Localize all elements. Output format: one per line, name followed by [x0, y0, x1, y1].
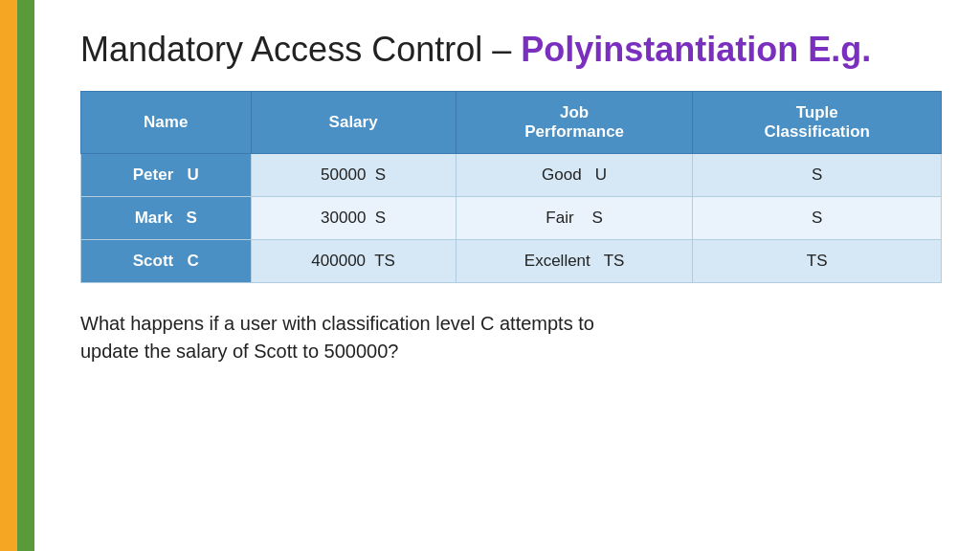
main-content: Mandatory Access Control – Polyinstantia…	[52, 0, 980, 551]
table-header-row: Name Salary JobPerformance TupleClassifi…	[81, 92, 942, 154]
col-header-name: Name	[81, 92, 252, 154]
title-prefix: Mandatory Access Control –	[80, 30, 521, 69]
col-header-job-performance: JobPerformance	[456, 92, 693, 154]
cell-class-1: S	[693, 154, 942, 197]
title-highlight: Polyinstantiation E.g.	[521, 30, 871, 69]
table-row: Peter U 50000 S Good U S	[81, 154, 942, 197]
cell-salary-2: 30000 S	[251, 197, 456, 240]
cell-job-2: Fair S	[456, 197, 693, 240]
cell-salary-3: 400000 TS	[251, 240, 456, 283]
accent-bar-yellow	[0, 0, 17, 551]
col-header-classification: TupleClassification	[693, 92, 942, 154]
cell-name-3: Scott C	[81, 240, 252, 283]
cell-job-3: Excellent TS	[456, 240, 693, 283]
cell-class-2: S	[693, 197, 942, 240]
table-row: Mark S 30000 S Fair S S	[81, 197, 942, 240]
cell-class-3: TS	[693, 240, 942, 283]
col-header-salary: Salary	[251, 92, 456, 154]
table-row: Scott C 400000 TS Excellent TS TS	[81, 240, 942, 283]
cell-name-1: Peter U	[81, 154, 252, 197]
cell-salary-1: 50000 S	[251, 154, 456, 197]
cell-name-2: Mark S	[81, 197, 252, 240]
page-title: Mandatory Access Control – Polyinstantia…	[80, 29, 942, 70]
bottom-text: What happens if a user with classificati…	[80, 310, 942, 365]
data-table: Name Salary JobPerformance TupleClassifi…	[80, 91, 942, 283]
cell-job-1: Good U	[456, 154, 693, 197]
accent-bar-green	[17, 0, 34, 551]
